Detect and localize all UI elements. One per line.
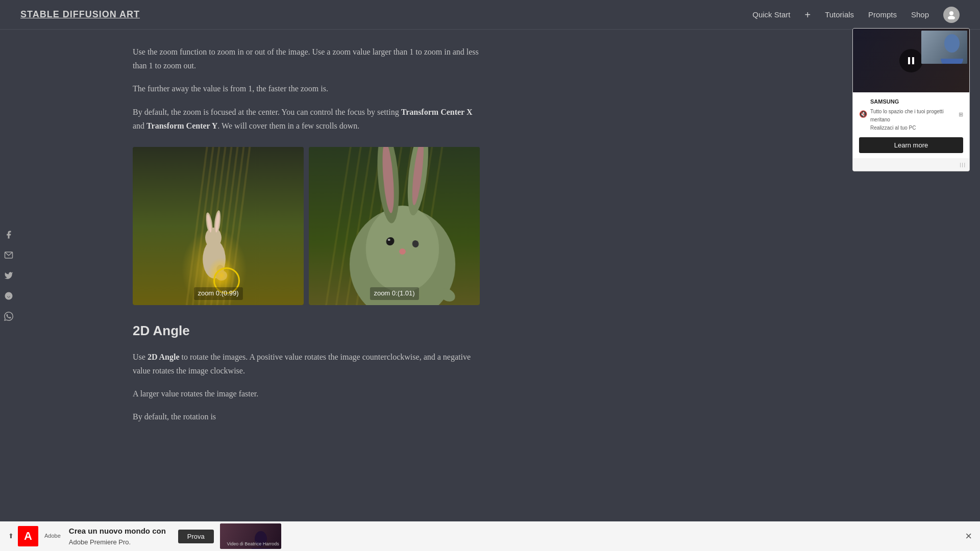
paragraph-angle-default: By default, the rotation is <box>133 410 480 423</box>
nav-plus[interactable]: + <box>804 7 811 23</box>
main-content: Use the zoom function to zoom in or out … <box>31 30 490 448</box>
transform-center-x-term: Transform Center X <box>401 108 473 116</box>
nav: Quick Start + Tutorials Prompts Shop <box>752 7 960 23</box>
ad-banner: ⬆ A Adobe Crea un nuovo mondo con Adobe … <box>0 521 980 551</box>
ad-subtext2: Realizzaci al tuo PC <box>870 124 955 132</box>
ad-sub-text: Adobe Premiere Pro. <box>69 537 166 548</box>
paragraph-zoom-intro: Use the zoom function to zoom in or out … <box>133 45 480 72</box>
svg-rect-5 <box>912 57 914 64</box>
social-sidebar <box>0 223 17 328</box>
twitter-icon[interactable] <box>3 270 14 281</box>
video-overlay-footer: ||| <box>853 158 969 171</box>
nav-shop[interactable]: Shop <box>911 9 929 21</box>
image-zoom-in: zoom 0:(1.01) <box>309 147 480 305</box>
ad-video-label: Video di Beatrice Harrods <box>227 540 279 547</box>
learn-more-button[interactable]: Learn more <box>859 137 963 153</box>
user-avatar[interactable] <box>943 7 960 23</box>
section-heading-2d-angle: 2D Angle <box>133 320 480 342</box>
paragraph-angle-intro: Use 2D Angle to rotate the images. A pos… <box>133 350 480 378</box>
facebook-icon[interactable] <box>3 229 14 240</box>
image-label-left: zoom 0:(0.99) <box>193 287 242 300</box>
webcam-thumbnail <box>921 31 967 64</box>
paragraph-zoom-speed: The further away the value is from 1, th… <box>133 82 480 95</box>
svg-rect-4 <box>908 57 910 64</box>
webcam-canvas <box>921 31 967 64</box>
image-comparison-row: zoom 0:(0.99) zoom 0:(1.01) <box>133 147 480 305</box>
svg-point-1 <box>948 16 955 19</box>
ad-brand: SAMSUNG <box>870 97 955 107</box>
whatsapp-icon[interactable] <box>3 311 14 322</box>
ad-text-block: Crea un nuovo mondo con Adobe Premiere P… <box>69 525 166 548</box>
ad-expand-icon: ⬆ <box>8 531 14 542</box>
video-ad-content: 🔇 SAMSUNG Tutto lo spazio che i tuoi pro… <box>853 92 969 158</box>
ad-subtext1: Tutto lo spazio che i tuoi progetti meri… <box>870 108 955 124</box>
angle-term: 2D Angle <box>148 353 180 361</box>
email-icon[interactable] <box>3 249 14 261</box>
nav-prompts[interactable]: Prompts <box>868 9 897 21</box>
nav-tutorials[interactable]: Tutorials <box>825 9 854 21</box>
ad-counter: ⊞ <box>959 110 963 119</box>
video-bar-icon: ||| <box>960 160 966 169</box>
video-preview <box>853 29 969 92</box>
svg-point-3 <box>5 292 13 300</box>
ad-close-button[interactable]: × <box>965 530 972 543</box>
ad-prova-button[interactable]: Prova <box>178 530 214 543</box>
paragraph-angle-speed: A larger value rotates the image faster. <box>133 387 480 400</box>
nav-quick-start[interactable]: Quick Start <box>752 9 790 21</box>
transform-center-y-term: Transform Center Y <box>146 121 217 130</box>
image-label-right: zoom 0:(1.01) <box>370 287 419 300</box>
site-title[interactable]: STABLE DIFFUSION ART <box>20 7 140 22</box>
ad-main-text: Crea un nuovo mondo con <box>69 525 166 537</box>
mute-icon[interactable]: 🔇 <box>859 109 867 120</box>
rabbit-image-right <box>309 147 480 305</box>
image-zoom-out: zoom 0:(0.99) <box>133 147 304 305</box>
adobe-label: Adobe <box>44 532 61 541</box>
reddit-icon[interactable] <box>3 290 14 302</box>
ad-video-thumbnail: Video di Beatrice Harrods <box>220 523 281 549</box>
pause-button[interactable] <box>899 49 923 72</box>
video-overlay: 🔇 SAMSUNG Tutto lo spazio che i tuoi pro… <box>852 28 970 171</box>
header: STABLE DIFFUSION ART Quick Start + Tutor… <box>0 0 980 30</box>
paragraph-zoom-focus: By default, the zoom is focused at the c… <box>133 105 480 133</box>
adobe-logo: A <box>18 526 38 546</box>
svg-point-0 <box>949 11 953 15</box>
